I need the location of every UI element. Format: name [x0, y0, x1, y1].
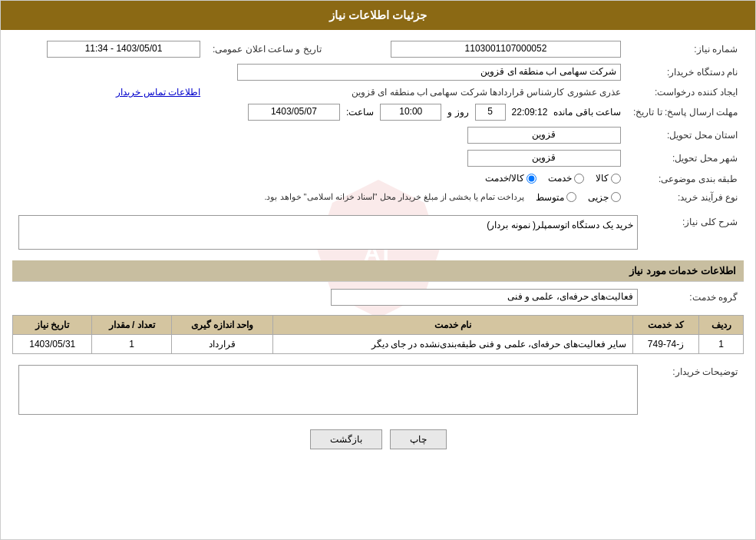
radio-partial[interactable] [611, 192, 621, 202]
creator-label: ایجاد کننده درخواست: [627, 84, 744, 101]
purchase-type-row: نوع فرآیند خرید: جزیی متوسط [12, 189, 744, 206]
service-group-label: گروه خدمت: [644, 286, 744, 309]
back-button[interactable]: بازگشت [310, 429, 382, 449]
city-value-cell: قزوین [12, 147, 627, 170]
services-section-header: اطلاعات خدمات مورد نیاز [12, 260, 744, 282]
th-row-num: ردیف [699, 315, 744, 334]
buyer-notes-table: توضیحات خریدار: [12, 362, 744, 418]
buyer-notes-label: توضیحات خریدار: [644, 362, 744, 418]
radio-goods-label: کالا [596, 173, 609, 184]
buyer-org-row: نام دستگاه خریدار: شرکت سهامی اب منطقه ا… [12, 61, 744, 84]
cell-row-num: 1 [699, 334, 744, 353]
creator-value-cell: عذری عشوری کارشناس قراردادها شرکت سهامی … [206, 84, 627, 101]
cell-unit: قرارداد [171, 334, 272, 353]
need-number-input[interactable]: 1103001107000052 [391, 41, 621, 58]
main-info-table: شماره نیاز: 1103001107000052 تاریخ و ساع… [12, 38, 744, 206]
province-input[interactable]: قزوین [467, 127, 621, 144]
creator-row: ایجاد کننده درخواست: عذری عشوری کارشناس … [12, 84, 744, 101]
radio-service[interactable] [574, 174, 584, 184]
contact-link-cell: اطلاعات تماس خریدار [12, 84, 206, 101]
radio-service-label: خدمت [548, 173, 572, 184]
need-description-box[interactable]: خرید یک دستگاه اتوسمپلر( نمونه بردار) [18, 215, 638, 250]
page-header: جزئیات اطلاعات نیاز [1, 1, 755, 30]
radio-goods-service-item: کالا/خدمت [485, 173, 536, 184]
content-area: AT شماره نیاز: 1103001107000052 تاریخ و … [1, 30, 755, 469]
radio-goods-item: کالا [596, 173, 621, 184]
need-description-row: شرح کلی نیاز: خرید یک دستگاه اتوسمپلر( ن… [12, 212, 744, 253]
remaining-time-value: 22:09:12 [512, 107, 548, 118]
need-number-label: شماره نیاز: [627, 38, 744, 61]
radio-partial-label: جزیی [588, 192, 609, 203]
service-group-input[interactable]: فعالیت‌های حرفه‌ای، علمی و فنی [331, 289, 638, 306]
radio-partial-item: جزیی [588, 192, 621, 203]
province-row: استان محل تحویل: قزوین [12, 124, 744, 147]
radio-goods-service[interactable] [527, 174, 536, 184]
category-radio-group: کالا خدمت کالا/خدمت [485, 173, 621, 184]
contact-link[interactable]: اطلاعات تماس خریدار [116, 87, 200, 98]
radio-goods[interactable] [611, 174, 621, 184]
content-inner: شماره نیاز: 1103001107000052 تاریخ و ساع… [12, 38, 744, 461]
category-label: طبقه بندی موضوعی: [627, 170, 744, 189]
th-qty: تعداد / مقدار [92, 315, 171, 334]
th-service-name: نام خدمت [273, 315, 633, 334]
creator-value: عذری عشوری کارشناس قراردادها شرکت سهامی … [352, 87, 621, 98]
buyer-notes-row: توضیحات خریدار: [12, 362, 744, 418]
radio-goods-service-label: کالا/خدمت [485, 173, 524, 184]
response-deadline-row: مهلت ارسال پاسخ: تا تاریخ: 1403/05/07 سا… [12, 101, 744, 124]
date-announce-value-cell: 1403/05/01 - 11:34 [12, 38, 206, 61]
city-row: شهر محل تحویل: قزوین [12, 147, 744, 170]
radio-medium-item: متوسط [536, 192, 576, 203]
purchase-type-label: نوع فرآیند خرید: [627, 189, 744, 206]
need-number-value-cell: 1103001107000052 [343, 38, 627, 61]
services-section-label: اطلاعات خدمات مورد نیاز [629, 265, 736, 277]
radio-service-item: خدمت [548, 173, 584, 184]
service-group-table: گروه خدمت: فعالیت‌های حرفه‌ای، علمی و فن… [12, 286, 744, 309]
buttons-row: چاپ بازگشت [12, 418, 744, 461]
date-announce-input[interactable]: 1403/05/01 - 11:34 [47, 41, 200, 58]
buyer-notes-value-cell [12, 362, 644, 418]
buyer-notes-box[interactable] [18, 365, 638, 415]
radio-medium[interactable] [566, 192, 576, 202]
radio-medium-label: متوسط [536, 192, 564, 203]
category-row: طبقه بندی موضوعی: کالا خدمت [12, 170, 744, 189]
purchase-type-value-cell: جزیی متوسط پرداخت تمام یا بخشی از مبلغ خ… [12, 189, 627, 206]
th-unit: واحد اندازه گیری [171, 315, 272, 334]
page-wrapper: جزئیات اطلاعات نیاز AT شماره نیاز: 11030… [0, 0, 756, 540]
need-description-table: شرح کلی نیاز: خرید یک دستگاه اتوسمپلر( ن… [12, 212, 744, 253]
table-row: 1 ز-74-749 سایر فعالیت‌های حرفه‌ای، علمی… [13, 334, 744, 353]
province-value-cell: قزوین [12, 124, 627, 147]
response-deadline-value-cell: 1403/05/07 ساعت: 10:00 روز و 5 22:09:12 … [12, 101, 627, 124]
th-service-code: کد خدمت [632, 315, 698, 334]
response-date-input[interactable]: 1403/05/07 [248, 104, 340, 121]
city-input[interactable]: قزوین [467, 150, 621, 167]
city-label: شهر محل تحویل: [627, 147, 744, 170]
buyer-org-value-cell: شرکت سهامی اب منطقه ای قزوین [12, 61, 627, 84]
category-value-cell: کالا خدمت کالا/خدمت [12, 170, 627, 189]
days-label: روز و [447, 107, 468, 118]
services-data-table: ردیف کد خدمت نام خدمت واحد اندازه گیری ت… [12, 315, 744, 354]
response-deadline-label: مهلت ارسال پاسخ: تا تاریخ: [627, 101, 744, 124]
province-label: استان محل تحویل: [627, 124, 744, 147]
cell-service-code: ز-74-749 [632, 334, 698, 353]
need-number-row: شماره نیاز: 1103001107000052 تاریخ و ساع… [12, 38, 744, 61]
service-group-row: گروه خدمت: فعالیت‌های حرفه‌ای، علمی و فن… [12, 286, 744, 309]
page-title: جزئیات اطلاعات نیاز [329, 8, 427, 22]
service-group-value-cell: فعالیت‌های حرفه‌ای، علمی و فنی [12, 286, 644, 309]
cell-qty: 1 [92, 334, 171, 353]
days-input[interactable]: 5 [475, 104, 506, 121]
buyer-org-label: نام دستگاه خریدار: [627, 61, 744, 84]
date-announce-label: تاریخ و ساعت اعلان عمومی: [206, 38, 328, 61]
services-table-header-row: ردیف کد خدمت نام خدمت واحد اندازه گیری ت… [13, 315, 744, 334]
buyer-org-input[interactable]: شرکت سهامی اب منطقه ای قزوین [237, 64, 621, 81]
need-description-label: شرح کلی نیاز: [644, 212, 744, 253]
th-date: تاریخ نیاز [13, 315, 92, 334]
response-time-label: ساعت: [346, 107, 374, 118]
cell-date: 1403/05/31 [13, 334, 92, 353]
print-button[interactable]: چاپ [390, 429, 447, 449]
response-time-input[interactable]: 10:00 [380, 104, 441, 121]
need-description-value-cell: خرید یک دستگاه اتوسمپلر( نمونه بردار) [12, 212, 644, 253]
cell-service-name: سایر فعالیت‌های حرفه‌ای، علمی و فنی طبقه… [273, 334, 633, 353]
remaining-label: ساعت باقی مانده [553, 107, 621, 118]
purchase-note: پرداخت تمام یا بخشی از مبلغ خریدار محل "… [264, 192, 524, 202]
